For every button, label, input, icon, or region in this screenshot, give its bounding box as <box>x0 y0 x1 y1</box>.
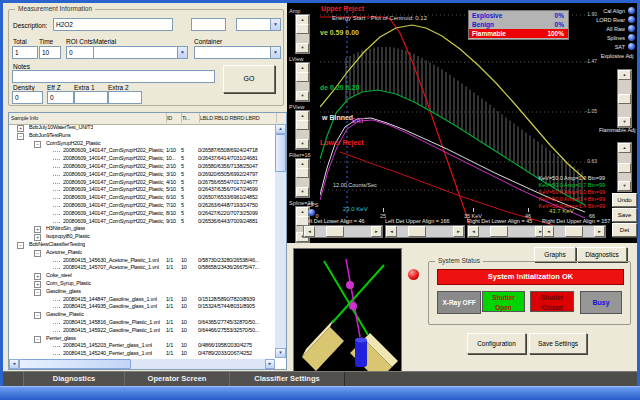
col-ti[interactable]: Ti... <box>180 113 200 123</box>
graphs-button[interactable]: Graphs <box>534 247 576 262</box>
tree-horizontal-scrollbar[interactable]: ◄ ► <box>9 359 275 369</box>
tree-row[interactable]: 20080609_140147_CornSyrupH202_Plastic_8.… <box>9 210 275 218</box>
configuration-button[interactable]: Configuration <box>467 333 526 354</box>
slider-left-icon[interactable]: ◄ <box>304 226 315 237</box>
notes-field[interactable] <box>12 70 215 83</box>
go-button[interactable]: GO <box>223 65 275 93</box>
scroll-up-icon[interactable]: ▲ <box>275 124 286 134</box>
pview-scrollbar[interactable]: ▲▼ <box>295 110 310 150</box>
slider-left-icon[interactable]: ◄ <box>468 226 479 237</box>
tree-row[interactable]: 20080609_140147_CornSyrupH202_Plastic_4.… <box>9 179 275 187</box>
total-field[interactable]: 1 <box>12 46 38 59</box>
tree-row[interactable]: 20080415_144847_Gasoline_glass_1.vnl1/11… <box>9 296 275 304</box>
tree-cell-lbld: 0/26437/6414/7031/24681 <box>198 155 274 163</box>
time-field[interactable]: 10 <box>39 46 61 59</box>
tree-item-label: 20080609_140147_CornSyrupH202_Plastic_4.… <box>63 179 164 187</box>
tree-row[interactable]: −CornSyrupH202_Plastic <box>9 140 275 148</box>
slider-thumb[interactable] <box>408 226 426 237</box>
scroll-down-icon[interactable]: ▼ <box>275 348 286 358</box>
scroll-right-icon[interactable]: ► <box>265 359 275 369</box>
tree-row[interactable]: 20080415_145240_Perrier_glass_1.vnl1/110… <box>9 350 275 358</box>
flammable-adj-slider[interactable]: ▲▼ <box>617 142 632 192</box>
tree-vertical-scrollbar[interactable]: ▲ ▼ <box>275 124 286 358</box>
scroll-thumb[interactable] <box>275 134 286 172</box>
align-slider[interactable]: ◄► <box>385 225 465 238</box>
save-settings-button[interactable]: Save Settings <box>529 333 587 354</box>
tree-row[interactable]: +Coke_steel <box>9 272 275 280</box>
col-lbld[interactable]: LBLD RBLD RBRD LBRD <box>198 113 277 123</box>
extra2-field[interactable] <box>108 91 142 104</box>
tree-row[interactable]: 20080415_145816_Gasoline_Plastic_1.vnl1/… <box>9 319 275 327</box>
density-field[interactable]: 0 <box>12 91 43 104</box>
slider-right-icon[interactable]: ► <box>594 226 605 237</box>
description-field[interactable]: H2O2 <box>53 18 173 31</box>
tree-connector <box>53 222 60 223</box>
tree-row[interactable]: 20080415_145707_Acetone_Plastic_1.vnl1/1… <box>9 264 275 272</box>
effz-field[interactable]: 0 <box>47 91 74 104</box>
slider-left-icon[interactable]: ◄ <box>543 226 554 237</box>
shutter-open-button[interactable]: Shutter Open <box>482 291 525 312</box>
tree-row[interactable]: 20080415_145203_Perrier_glass_1.vnl1/110… <box>9 342 275 350</box>
tree-row[interactable]: −BobNewClassifierTesting <box>9 241 275 249</box>
tree-row[interactable]: 20080609_140147_CornSyrupH202_Plastic_9.… <box>9 218 275 226</box>
tree-row[interactable]: 20080415_144935_Gasoline_glass_1.vnl1/11… <box>9 303 275 311</box>
measurement-info-group: Measurement Information Description: H2O… <box>8 9 284 106</box>
tree-row[interactable]: −Gasoline_glass <box>9 288 275 296</box>
busy-button[interactable]: Busy <box>580 291 622 314</box>
roi-label: ROI Cnts <box>66 38 93 45</box>
slider-thumb[interactable] <box>490 226 508 237</box>
tab-diagnostics[interactable]: Diagnostics <box>23 372 125 386</box>
diagnostics-button[interactable]: Diagnostics <box>577 247 627 262</box>
tree-row[interactable]: 20080609_140147_CornSyrupH202_Plastic_6.… <box>9 194 275 202</box>
undo-button[interactable]: Undo <box>612 193 637 207</box>
tree-row[interactable]: −Perrier_glass <box>9 335 275 343</box>
scroll-left-icon[interactable]: ◄ <box>9 359 19 369</box>
chevron-down-icon[interactable]: ▼ <box>177 47 187 58</box>
tree-row[interactable]: 20080609_140147_CornSyrupH202_Plastic_1.… <box>9 147 275 155</box>
slider-right-icon[interactable]: ► <box>453 226 464 237</box>
xray-off-button[interactable]: X-Ray OFF <box>437 291 481 314</box>
tree-cell-lbld: 0/26587/6508/6924/24718 <box>198 147 274 155</box>
det-button[interactable]: Det <box>612 223 637 237</box>
lview-scrollbar[interactable]: ▲▼ <box>295 62 310 102</box>
save-button[interactable]: Save <box>612 208 637 222</box>
tree-row[interactable]: 20080415_145630_Acetone_Plastic_1.vnl1/1… <box>9 257 275 265</box>
tree-row[interactable]: −Acetone_Plastic <box>9 249 275 257</box>
tree-row[interactable]: 20080609_140147_CornSyrupH202_Plastic_1.… <box>9 155 275 163</box>
scroll-thumb[interactable] <box>19 359 131 369</box>
shutter-closed-button[interactable]: Shutter Closed <box>530 291 574 312</box>
aux-dropdown[interactable]: ▼ <box>236 18 281 31</box>
col-sample-info[interactable]: Sample Info <box>9 113 167 123</box>
tree-row[interactable]: 20080609_140147_CornSyrupH202_Plastic_3.… <box>9 171 275 179</box>
chevron-down-icon[interactable]: ▼ <box>270 47 280 58</box>
tab-classifier-settings[interactable]: Classifier Settings <box>229 372 345 386</box>
tree-row[interactable]: +Isopropyl80_Plastic <box>9 233 275 241</box>
slider-thumb[interactable] <box>326 226 344 237</box>
explosive-adj-slider[interactable]: ▲▼ <box>617 69 632 128</box>
align-slider[interactable]: ◄► <box>542 225 606 238</box>
tree-row[interactable]: +Corn_Syrup_Plastic <box>9 280 275 288</box>
slider-right-icon[interactable]: ► <box>371 226 382 237</box>
slider-thumb[interactable] <box>565 226 583 237</box>
extra1-field[interactable] <box>74 91 108 104</box>
tree-row[interactable]: 20080415_145922_Gasoline_Plastic_1.vnl1/… <box>9 327 275 335</box>
aux-field[interactable] <box>191 18 226 31</box>
tab-operator-screen[interactable]: Operator Screen <box>124 372 230 386</box>
tree-row[interactable]: 20080609_140147_CornSyrupH202_Plastic_7.… <box>9 202 275 210</box>
roi-field[interactable]: 0 <box>66 46 94 59</box>
material-dropdown[interactable]: ▼ <box>93 46 188 59</box>
tree-row[interactable]: +H3NitroSin_glass <box>9 225 275 233</box>
tree-row[interactable]: −BobJun9TestRuns <box>9 132 275 140</box>
align-slider[interactable]: ◄► <box>467 225 547 238</box>
tree-row[interactable]: 20080609_140147_CornSyrupH202_Plastic_2.… <box>9 163 275 171</box>
container-dropdown[interactable]: ▼ <box>194 46 281 59</box>
filter-scrollbar[interactable]: ▲▼ <box>295 158 310 198</box>
slider-left-icon[interactable]: ◄ <box>386 226 397 237</box>
detector-3d-view[interactable] <box>293 248 402 380</box>
tree-row[interactable]: −Gasoline_Plastic <box>9 311 275 319</box>
amp-scrollbar[interactable]: ▲▼ <box>295 14 310 54</box>
tree-row[interactable]: +BobJuly10WaterTest_UNIT3 <box>9 124 275 132</box>
chevron-down-icon[interactable]: ▼ <box>270 19 280 30</box>
tree-row[interactable]: 20080609_140147_CornSyrupH202_Plastic_5.… <box>9 186 275 194</box>
align-slider[interactable]: ◄► <box>303 225 383 238</box>
